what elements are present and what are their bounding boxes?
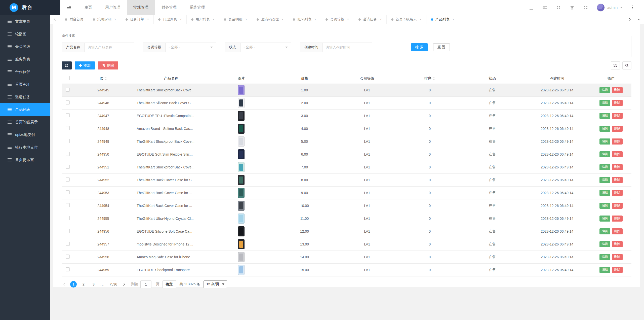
tab[interactable]: 红包列表× (288, 15, 321, 24)
delete-row-button[interactable]: 删除 (612, 267, 623, 273)
delete-row-button[interactable]: 删除 (612, 100, 623, 106)
sidebar-item[interactable]: 会员等级 (0, 40, 50, 53)
tabs-menu-button[interactable] (634, 15, 644, 24)
tab-close-icon[interactable]: × (180, 17, 182, 21)
tab[interactable]: 资金明细× (219, 15, 252, 24)
tabs-scroll-left-button[interactable] (50, 15, 60, 24)
sidebar-item[interactable]: 邀请任务 (0, 91, 50, 103)
row-checkbox[interactable] (66, 255, 70, 259)
delete-row-button[interactable]: 删除 (612, 216, 623, 222)
tab-close-icon[interactable]: × (380, 17, 382, 21)
tab-close-icon[interactable]: × (213, 17, 215, 21)
sidebar-item[interactable]: upi本地支付 (0, 128, 50, 141)
delete-row-button[interactable]: 删除 (612, 254, 623, 260)
edit-button[interactable]: 编辑 (599, 138, 610, 145)
bar-chart-icon[interactable] (529, 5, 534, 10)
edit-button[interactable]: 编辑 (599, 164, 610, 170)
delete-row-button[interactable]: 删除 (612, 151, 623, 157)
menu-toggle-icon[interactable] (60, 0, 78, 15)
delete-row-button[interactable]: 删除 (612, 241, 623, 247)
refresh-icon[interactable] (556, 5, 561, 10)
sidebar-item[interactable]: 轮播图 (0, 28, 50, 40)
row-checkbox[interactable] (66, 177, 70, 182)
tab[interactable]: 任务订单× (121, 15, 154, 24)
row-checkbox[interactable] (66, 100, 70, 104)
delete-row-button[interactable]: 删除 (612, 203, 623, 209)
fullscreen-icon[interactable] (583, 5, 588, 10)
select-all-checkbox[interactable] (66, 76, 70, 80)
prev-page-button[interactable] (62, 281, 68, 288)
row-checkbox[interactable] (66, 267, 70, 271)
tab[interactable]: 首页等级展示× (387, 15, 426, 24)
tab[interactable]: 会员等级× (321, 15, 354, 24)
page-number[interactable]: 1 (70, 281, 77, 288)
edit-button[interactable]: 编辑 (599, 87, 610, 93)
edit-button[interactable]: 编辑 (599, 177, 610, 183)
sidebar-item[interactable]: 文章单页 (0, 15, 50, 28)
next-page-button[interactable] (120, 281, 127, 288)
user-menu[interactable]: admin (597, 4, 623, 12)
tab[interactable]: 策略定制× (88, 15, 121, 24)
row-checkbox[interactable] (66, 242, 70, 246)
edit-button[interactable]: 编辑 (599, 151, 610, 157)
row-checkbox[interactable] (66, 216, 70, 220)
tabs-scroll-right-button[interactable] (624, 15, 634, 24)
member-level-select[interactable]: - 全部 - (166, 43, 216, 52)
tab[interactable]: 后台首页 (60, 15, 88, 24)
refresh-button[interactable] (62, 61, 72, 69)
tab[interactable]: 邀请码管理× (252, 15, 288, 24)
row-checkbox[interactable] (66, 190, 70, 194)
more-options-icon[interactable] (631, 5, 634, 10)
product-name-input[interactable] (85, 43, 134, 52)
menu-item[interactable]: 常规管理 (127, 0, 155, 15)
reset-button[interactable]: 重 置 (433, 43, 450, 51)
page-number[interactable]: 7536 (108, 281, 118, 288)
edit-button[interactable]: 编辑 (599, 267, 610, 273)
tab[interactable]: 邀请任务× (354, 15, 387, 24)
edit-button[interactable]: 编辑 (599, 228, 610, 234)
tab-close-icon[interactable]: × (147, 17, 149, 21)
row-checkbox[interactable] (66, 152, 70, 156)
edit-button[interactable]: 编辑 (599, 241, 610, 247)
delete-row-button[interactable]: 删除 (612, 177, 623, 183)
tab-close-icon[interactable]: × (314, 17, 316, 21)
row-checkbox[interactable] (66, 139, 70, 143)
sidebar-item[interactable]: 合作伙伴 (0, 65, 50, 78)
columns-filter-button[interactable] (611, 61, 620, 69)
delete-row-button[interactable]: 删除 (612, 190, 623, 196)
tab[interactable]: 用户列表× (187, 15, 219, 24)
tab[interactable]: 产品列表× (426, 15, 459, 24)
page-size-select[interactable]: 15 条/页 (204, 280, 227, 288)
row-checkbox[interactable] (66, 126, 70, 130)
sidebar-item[interactable]: 服务列表 (0, 53, 50, 65)
edit-button[interactable]: 编辑 (599, 254, 610, 260)
sort-icon[interactable] (433, 77, 435, 80)
delete-row-button[interactable]: 删除 (612, 113, 623, 119)
credit-card-icon[interactable] (542, 5, 547, 10)
sidebar-item[interactable]: 首页等级展示 (0, 116, 50, 128)
page-number[interactable]: 2 (80, 281, 87, 288)
tab-close-icon[interactable]: × (420, 17, 422, 21)
sort-icon[interactable] (105, 77, 107, 80)
sidebar-item[interactable]: 首页提示窗 (0, 154, 50, 166)
page-number[interactable]: 3 (90, 281, 97, 288)
edit-button[interactable]: 编辑 (599, 203, 610, 209)
tab-close-icon[interactable]: × (452, 17, 454, 21)
tab-close-icon[interactable]: × (114, 17, 116, 21)
tab-close-icon[interactable]: × (245, 17, 247, 21)
row-checkbox[interactable] (66, 203, 70, 207)
delete-row-button[interactable]: 删除 (612, 87, 623, 93)
search-button[interactable]: 搜 索 (411, 43, 428, 51)
menu-item[interactable]: 用户管理 (99, 0, 127, 15)
tab[interactable]: 代理列表× (154, 15, 186, 24)
row-checkbox[interactable] (66, 165, 70, 169)
delete-row-button[interactable]: 删除 (612, 126, 623, 132)
tab-close-icon[interactable]: × (281, 17, 284, 21)
goto-confirm-button[interactable]: 确定 (163, 280, 176, 288)
sidebar-item[interactable]: 银行本地支付 (0, 141, 50, 154)
sidebar-item[interactable]: 产品列表 (0, 103, 50, 116)
delete-row-button[interactable]: 删除 (612, 138, 623, 145)
tab-close-icon[interactable]: × (347, 17, 349, 21)
status-select[interactable]: - 全部 - (240, 43, 291, 52)
edit-button[interactable]: 编辑 (599, 216, 610, 222)
